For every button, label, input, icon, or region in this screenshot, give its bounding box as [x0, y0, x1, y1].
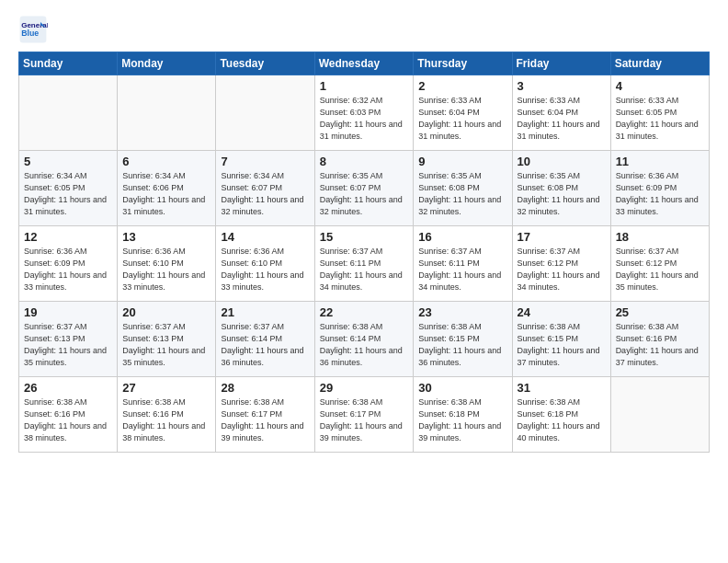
page: General Blue SundayMondayTuesdayWednesda… [0, 0, 728, 563]
calendar-cell: 18Sunrise: 6:37 AMSunset: 6:12 PMDayligh… [610, 226, 709, 302]
calendar-cell: 29Sunrise: 6:38 AMSunset: 6:17 PMDayligh… [314, 377, 414, 453]
day-number: 26 [24, 381, 112, 395]
weekday-header-wednesday: Wednesday [314, 52, 414, 75]
sunrise-text: Sunrise: 6:37 AM [616, 246, 704, 258]
daylight-text: Daylight: 11 hours and 31 minutes. [122, 194, 210, 218]
weekday-header-friday: Friday [512, 52, 610, 75]
day-info: Sunrise: 6:38 AMSunset: 6:15 PMDaylight:… [518, 321, 606, 369]
day-number: 18 [616, 230, 704, 244]
day-info: Sunrise: 6:38 AMSunset: 6:16 PMDaylight:… [616, 321, 704, 369]
calendar-week-5: 26Sunrise: 6:38 AMSunset: 6:16 PMDayligh… [19, 377, 710, 453]
weekday-header-thursday: Thursday [414, 52, 512, 75]
calendar-cell: 4Sunrise: 6:33 AMSunset: 6:05 PMDaylight… [610, 75, 709, 151]
day-number: 8 [320, 155, 409, 168]
daylight-text: Daylight: 11 hours and 33 minutes. [616, 194, 704, 218]
calendar-cell: 19Sunrise: 6:37 AMSunset: 6:13 PMDayligh… [19, 302, 118, 377]
day-number: 10 [518, 155, 606, 168]
sunrise-text: Sunrise: 6:34 AM [221, 170, 309, 182]
day-info: Sunrise: 6:34 AMSunset: 6:06 PMDaylight:… [122, 170, 210, 218]
sunrise-text: Sunrise: 6:37 AM [418, 246, 506, 258]
daylight-text: Daylight: 11 hours and 31 minutes. [616, 119, 704, 143]
day-number: 17 [518, 230, 606, 244]
calendar-cell: 25Sunrise: 6:38 AMSunset: 6:16 PMDayligh… [610, 302, 709, 377]
sunset-text: Sunset: 6:05 PM [24, 182, 112, 194]
day-info: Sunrise: 6:34 AMSunset: 6:07 PMDaylight:… [221, 170, 309, 218]
daylight-text: Daylight: 11 hours and 36 minutes. [418, 345, 506, 369]
day-info: Sunrise: 6:36 AMSunset: 6:09 PMDaylight:… [616, 170, 704, 218]
sunrise-text: Sunrise: 6:37 AM [24, 321, 112, 333]
day-info: Sunrise: 6:37 AMSunset: 6:13 PMDaylight:… [122, 321, 210, 369]
calendar-cell: 22Sunrise: 6:38 AMSunset: 6:14 PMDayligh… [314, 302, 414, 377]
calendar-cell: 23Sunrise: 6:38 AMSunset: 6:15 PMDayligh… [414, 302, 512, 377]
calendar-cell: 10Sunrise: 6:35 AMSunset: 6:08 PMDayligh… [512, 151, 610, 226]
day-number: 13 [122, 230, 210, 244]
day-number: 21 [221, 305, 309, 319]
day-info: Sunrise: 6:36 AMSunset: 6:09 PMDaylight:… [24, 246, 112, 293]
day-info: Sunrise: 6:38 AMSunset: 6:15 PMDaylight:… [418, 321, 506, 369]
calendar-cell [610, 377, 709, 453]
weekday-row: SundayMondayTuesdayWednesdayThursdayFrid… [19, 52, 710, 75]
calendar-table: SundayMondayTuesdayWednesdayThursdayFrid… [18, 52, 710, 453]
day-info: Sunrise: 6:38 AMSunset: 6:18 PMDaylight:… [418, 396, 506, 444]
daylight-text: Daylight: 11 hours and 32 minutes. [221, 194, 309, 218]
day-info: Sunrise: 6:37 AMSunset: 6:13 PMDaylight:… [24, 321, 112, 369]
calendar-cell: 26Sunrise: 6:38 AMSunset: 6:16 PMDayligh… [19, 377, 118, 453]
sunrise-text: Sunrise: 6:36 AM [221, 246, 309, 258]
sunset-text: Sunset: 6:15 PM [518, 333, 606, 345]
sunset-text: Sunset: 6:03 PM [320, 107, 409, 119]
calendar-cell: 20Sunrise: 6:37 AMSunset: 6:13 PMDayligh… [118, 302, 216, 377]
daylight-text: Daylight: 11 hours and 31 minutes. [320, 119, 409, 143]
day-number: 24 [518, 305, 606, 319]
day-number: 9 [418, 155, 506, 168]
daylight-text: Daylight: 11 hours and 39 minutes. [320, 420, 409, 444]
day-info: Sunrise: 6:38 AMSunset: 6:17 PMDaylight:… [221, 396, 309, 444]
daylight-text: Daylight: 11 hours and 31 minutes. [418, 119, 506, 143]
calendar-cell: 28Sunrise: 6:38 AMSunset: 6:17 PMDayligh… [216, 377, 314, 453]
sunset-text: Sunset: 6:04 PM [418, 107, 506, 119]
calendar-cell [216, 75, 314, 151]
sunset-text: Sunset: 6:16 PM [122, 408, 210, 420]
day-info: Sunrise: 6:34 AMSunset: 6:05 PMDaylight:… [24, 170, 112, 218]
sunrise-text: Sunrise: 6:34 AM [24, 170, 112, 182]
sunset-text: Sunset: 6:07 PM [320, 182, 409, 194]
calendar-cell: 9Sunrise: 6:35 AMSunset: 6:08 PMDaylight… [414, 151, 512, 226]
calendar-cell: 12Sunrise: 6:36 AMSunset: 6:09 PMDayligh… [19, 226, 118, 302]
sunrise-text: Sunrise: 6:33 AM [518, 95, 606, 107]
sunset-text: Sunset: 6:17 PM [221, 408, 309, 420]
sunrise-text: Sunrise: 6:37 AM [122, 321, 210, 333]
daylight-text: Daylight: 11 hours and 31 minutes. [518, 119, 606, 143]
daylight-text: Daylight: 11 hours and 31 minutes. [24, 194, 112, 218]
day-info: Sunrise: 6:35 AMSunset: 6:08 PMDaylight:… [418, 170, 506, 218]
day-number: 1 [320, 79, 409, 93]
logo: General Blue [18, 15, 48, 44]
daylight-text: Daylight: 11 hours and 35 minutes. [24, 345, 112, 369]
calendar-week-3: 12Sunrise: 6:36 AMSunset: 6:09 PMDayligh… [19, 226, 710, 302]
daylight-text: Daylight: 11 hours and 32 minutes. [518, 194, 606, 218]
sunrise-text: Sunrise: 6:34 AM [122, 170, 210, 182]
day-info: Sunrise: 6:37 AMSunset: 6:11 PMDaylight:… [320, 246, 409, 293]
sunrise-text: Sunrise: 6:38 AM [418, 321, 506, 333]
sunset-text: Sunset: 6:18 PM [418, 408, 506, 420]
day-info: Sunrise: 6:36 AMSunset: 6:10 PMDaylight:… [122, 246, 210, 293]
calendar-week-4: 19Sunrise: 6:37 AMSunset: 6:13 PMDayligh… [19, 302, 710, 377]
daylight-text: Daylight: 11 hours and 39 minutes. [418, 420, 506, 444]
day-info: Sunrise: 6:35 AMSunset: 6:08 PMDaylight:… [518, 170, 606, 218]
weekday-header-monday: Monday [118, 52, 216, 75]
sunset-text: Sunset: 6:14 PM [320, 333, 409, 345]
day-info: Sunrise: 6:33 AMSunset: 6:04 PMDaylight:… [418, 95, 506, 143]
sunrise-text: Sunrise: 6:36 AM [122, 246, 210, 258]
daylight-text: Daylight: 11 hours and 35 minutes. [122, 345, 210, 369]
day-number: 12 [24, 230, 112, 244]
day-info: Sunrise: 6:38 AMSunset: 6:16 PMDaylight:… [24, 396, 112, 444]
day-number: 29 [320, 381, 409, 395]
sunset-text: Sunset: 6:09 PM [24, 258, 112, 270]
sunset-text: Sunset: 6:15 PM [418, 333, 506, 345]
day-number: 23 [418, 305, 506, 319]
sunrise-text: Sunrise: 6:37 AM [320, 246, 409, 258]
sunrise-text: Sunrise: 6:38 AM [418, 396, 506, 408]
sunrise-text: Sunrise: 6:38 AM [221, 396, 309, 408]
day-info: Sunrise: 6:38 AMSunset: 6:18 PMDaylight:… [518, 396, 606, 444]
daylight-text: Daylight: 11 hours and 35 minutes. [616, 270, 704, 293]
day-number: 20 [122, 305, 210, 319]
calendar-cell: 31Sunrise: 6:38 AMSunset: 6:18 PMDayligh… [512, 377, 610, 453]
